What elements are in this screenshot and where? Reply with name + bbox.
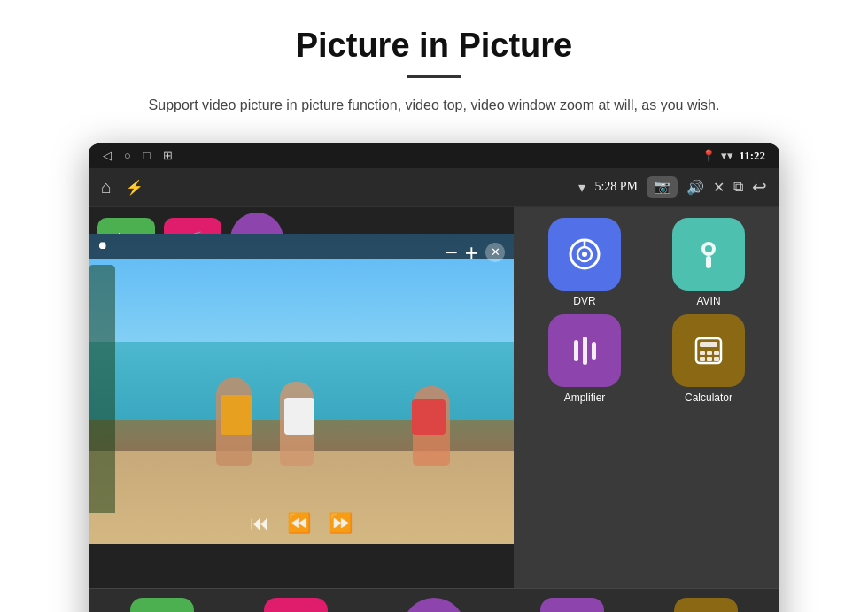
- svg-rect-9: [592, 342, 596, 360]
- bottom-app-netflix[interactable]: ▶ Netflix: [130, 598, 194, 612]
- screenshot-icon[interactable]: ⊞: [163, 149, 173, 163]
- back-icon[interactable]: ↩: [752, 176, 767, 198]
- svg-rect-16: [707, 357, 712, 361]
- pip-video-overlay: ⏺ − + ✕ ⏮ ⏪ ⏩: [89, 234, 514, 544]
- bottom-app-strip: ▶ Netflix 📻 SiriusXM 🔑 Wheelkey Study: [89, 588, 779, 612]
- app-item-dvr[interactable]: DVR: [526, 218, 643, 307]
- svg-rect-12: [700, 351, 705, 355]
- calculator-icon: [672, 314, 745, 387]
- svg-point-6: [705, 245, 712, 252]
- svg-rect-5: [706, 256, 711, 268]
- svg-rect-7: [574, 340, 578, 361]
- status-bar-left: ◁ ○ □ ⊞: [103, 149, 173, 163]
- siriusxm-bottom-icon: 📻: [264, 598, 328, 612]
- page-title: Picture in Picture: [149, 27, 720, 65]
- page-header: Picture in Picture Support video picture…: [96, 0, 773, 135]
- app-grid: DVR AVIN: [523, 214, 771, 407]
- rewind-button[interactable]: ⏮: [250, 512, 269, 535]
- svg-rect-15: [700, 357, 705, 361]
- next-button[interactable]: ⏩: [329, 512, 353, 535]
- title-divider: [407, 75, 461, 78]
- avin-label: AVIN: [696, 295, 720, 307]
- avin-icon: [672, 218, 745, 291]
- bottom-app-wheelkey[interactable]: 🔑 Wheelkey Study: [397, 598, 470, 612]
- dvr-label: DVR: [573, 295, 595, 307]
- app-item-calculator[interactable]: Calculator: [650, 314, 767, 404]
- back-icon[interactable]: ◁: [103, 149, 112, 163]
- svg-rect-14: [714, 351, 719, 355]
- amplifier-bottom-icon: [540, 598, 604, 612]
- pip-size-controls: − + ✕: [445, 241, 505, 264]
- prev-button[interactable]: ⏪: [287, 512, 311, 535]
- close-icon[interactable]: ✕: [713, 179, 725, 196]
- pip-close-icon: ✕: [491, 245, 500, 260]
- netflix-bottom-icon: ▶: [130, 598, 194, 612]
- volume-icon[interactable]: 🔊: [686, 179, 704, 196]
- pip-maximize-btn[interactable]: +: [465, 241, 478, 264]
- svg-rect-17: [714, 357, 719, 361]
- signal-icon: ▾▾: [721, 149, 733, 163]
- bottom-app-calculator[interactable]: Calculator: [674, 598, 738, 612]
- pip-minimize-btn[interactable]: −: [445, 241, 458, 264]
- pip-area: ▶ 📻 ○: [89, 207, 514, 588]
- beach-photo: [89, 234, 514, 544]
- location-icon: 📍: [701, 149, 716, 163]
- svg-rect-11: [700, 342, 717, 347]
- amplifier-label: Amplifier: [564, 391, 606, 404]
- svg-rect-13: [707, 351, 712, 355]
- app-item-amplifier[interactable]: Amplifier: [526, 314, 643, 404]
- app-bar-left: ⌂ ⚡: [101, 177, 143, 198]
- svg-point-2: [582, 252, 587, 257]
- app-grid-area: DVR AVIN: [514, 207, 779, 588]
- app-bar-right: ▾ 5:28 PM 📷 🔊 ✕ ⧉ ↩: [578, 176, 767, 198]
- home-button[interactable]: ⌂: [101, 177, 112, 198]
- app-bar-time: 5:28 PM: [594, 180, 638, 194]
- status-bar-right: 📍 ▾▾ 11:22: [701, 149, 765, 163]
- app-item-avin[interactable]: AVIN: [650, 218, 767, 307]
- wheelkey-bottom-icon: 🔑: [402, 598, 466, 612]
- recents-icon[interactable]: □: [143, 149, 151, 163]
- dvr-icon: [548, 218, 621, 291]
- amplifier-icon: [548, 314, 621, 387]
- bottom-app-siriusxm[interactable]: 📻 SiriusXM: [264, 598, 328, 612]
- calculator-label: Calculator: [685, 391, 732, 404]
- calculator-bottom-icon: [674, 598, 738, 612]
- page-subtitle: Support video picture in picture functio…: [149, 94, 720, 117]
- main-content: ▶ 📻 ○: [89, 207, 779, 588]
- pip-record-icon: ⏺: [97, 239, 108, 252]
- svg-rect-8: [583, 337, 587, 365]
- pip-playback-controls: ⏮ ⏪ ⏩: [250, 512, 353, 535]
- window-icon[interactable]: ⧉: [733, 179, 743, 195]
- pip-close-btn[interactable]: ✕: [485, 243, 505, 262]
- bottom-app-amplifier[interactable]: Amplifier: [540, 598, 604, 612]
- usb-icon: ⚡: [126, 179, 143, 196]
- device-frame: ◁ ○ □ ⊞ 📍 ▾▾ 11:22 ⌂ ⚡ ▾ 5:28 PM 📷 🔊 ✕ ⧉…: [89, 143, 779, 612]
- status-time: 11:22: [739, 149, 765, 163]
- home-icon[interactable]: ○: [124, 149, 131, 163]
- status-bar: ◁ ○ □ ⊞ 📍 ▾▾ 11:22: [89, 143, 779, 168]
- wifi-icon: ▾: [578, 179, 585, 196]
- camera-button[interactable]: 📷: [647, 176, 678, 198]
- app-bar: ⌂ ⚡ ▾ 5:28 PM 📷 🔊 ✕ ⧉ ↩: [89, 168, 779, 207]
